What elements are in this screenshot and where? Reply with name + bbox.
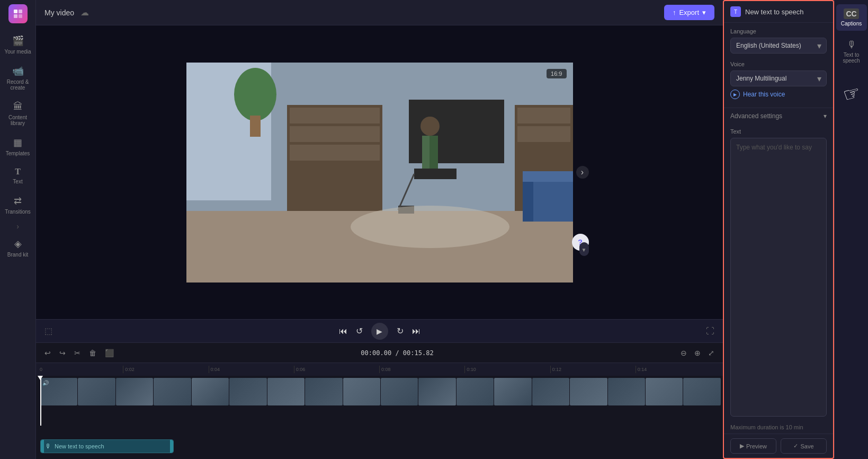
save-icon: ✓ [793,443,798,449]
skip-back-button[interactable]: ⏮ [339,326,347,336]
svg-point-27 [351,206,509,248]
sidebar-item-templates[interactable]: ▦ Templates [2,133,34,161]
volume-icon: 🔊 [42,380,49,386]
voice-select-wrapper: Jenny Multilingual [730,70,827,86]
svg-rect-26 [523,171,573,182]
timeline-area: ↩ ↪ ✂ 🗑 ⬛ 00:00.00 / 00:15.82 ⊖ ⊕ ⤢ 0 0: [36,342,723,459]
main-content: My video ☁ ↑ Export ▾ [36,0,723,459]
forward-5s-button[interactable]: ↻ [397,326,404,336]
project-title: My video [44,8,74,17]
frame-thumb [646,378,683,405]
collapse-panel-btn[interactable]: ▼ [579,242,589,256]
record-icon: 📹 [12,65,24,77]
undo-button[interactable]: ↩ [42,347,53,359]
tts-actions: ▶ Preview ✓ Save [724,434,833,458]
export-button[interactable]: ↑ Export ▾ [664,5,714,20]
svg-rect-21 [414,169,457,179]
sidebar-item-content-library[interactable]: 🏛 Content library [2,97,34,130]
tts-track-left-handle[interactable] [41,440,44,453]
playhead-marker [38,376,43,380]
tts-track-right-handle[interactable] [170,440,173,453]
track-frames [40,378,721,405]
topbar: My video ☁ ↑ Export ▾ [36,0,723,25]
cut-button[interactable]: ✂ [72,347,83,359]
right-sidebar-tts[interactable]: 🎙 Text to speech [836,35,867,68]
language-label: Language [730,28,827,34]
ruler-mark-8: 0:08 [379,366,464,373]
sidebar-item-transitions[interactable]: ⇄ Transitions [2,191,34,219]
frame-thumb [192,378,229,405]
monitor-icon: ⬚ [44,326,52,336]
svg-rect-14 [517,126,570,142]
text-icon: T [15,167,21,176]
frame-thumb [381,378,418,405]
frame-thumb [457,378,494,405]
fullscreen-icon[interactable]: ⛶ [706,326,714,336]
language-select-wrapper: English (United States) [730,38,827,54]
transitions-icon: ⇄ [14,195,22,207]
timeline-toolbar: ↩ ↪ ✂ 🗑 ⬛ 00:00.00 / 00:15.82 ⊖ ⊕ ⤢ [36,343,723,363]
tts-panel: T New text to speech Language English (U… [723,0,834,459]
hand-cursor-icon: ☞ [840,81,863,107]
voice-select[interactable]: Jenny Multilingual [730,70,827,86]
rewind-5s-button[interactable]: ↺ [356,326,363,336]
sidebar-item-text[interactable]: T Text [2,163,34,189]
text-section: Text [724,124,833,421]
nav-arrow-right[interactable]: › [576,166,589,179]
chevron-down-icon: ▾ [824,112,827,120]
time-display: 00:00.00 / 00:15.82 [120,349,674,357]
sidebar-item-record-create[interactable]: 📹 Record & create [2,61,34,95]
ruler-mark-2: 0:02 [123,366,208,373]
timeline-ruler: 0 0:02 0:04 0:06 0:08 0:10 0:12 0:14 [36,363,723,376]
svg-point-16 [234,68,276,121]
templates-icon: ▦ [13,137,22,148]
voice-section: Voice Jenny Multilingual ▶ Hear this voi… [724,59,833,108]
playhead [40,376,41,426]
preview-button[interactable]: ▶ Preview [730,438,776,454]
library-icon: 🏛 [13,101,23,112]
video-track[interactable]: 🔊 [40,378,721,405]
brand-kit-icon: ◈ [14,238,22,250]
svg-point-18 [420,117,440,136]
expand-icon[interactable]: › [16,222,19,231]
zoom-in-button[interactable]: ⊕ [692,347,703,359]
ruler-mark-10: 0:10 [464,366,550,373]
save-as-button[interactable]: ⬛ [103,347,116,359]
save-button[interactable]: ✓ Save [781,438,827,454]
svg-rect-0 [14,10,17,13]
hear-voice-button[interactable]: ▶ Hear this voice [730,86,785,102]
zoom-out-button[interactable]: ⊖ [678,347,689,359]
frame-thumb [229,378,266,405]
video-container: 16:9 › ? ▼ [36,25,723,319]
tts-track-label: New text to speech [55,443,104,449]
ruler-mark-12: 0:12 [550,366,636,373]
frame-thumb [570,378,607,405]
preview-icon: ▶ [740,443,744,449]
sidebar-item-your-media[interactable]: 🎬 Your media [2,31,34,59]
ruler-mark-6: 0:06 [294,366,379,373]
skip-forward-button[interactable]: ⏭ [412,326,420,336]
right-sidebar-captions[interactable]: CC Captions [836,4,867,31]
app-logo[interactable] [8,4,28,23]
tts-panel-header: T New text to speech [724,1,833,23]
right-sidebar: CC Captions 🎙 Text to speech ☞ [834,0,868,459]
advanced-settings-row[interactable]: Advanced settings ▾ [724,108,833,124]
svg-rect-11 [290,145,380,161]
tts-text-input[interactable] [730,138,827,417]
cloud-icon: ☁ [80,7,89,17]
redo-button[interactable]: ↪ [57,347,68,359]
left-sidebar: 🎬 Your media 📹 Record & create 🏛 Content… [0,0,36,459]
language-select[interactable]: English (United States) [730,38,827,54]
advanced-settings-label: Advanced settings [730,112,782,120]
video-area: 16:9 › ? ▼ ⬚ ⏮ ↺ ▶ ↻ ⏭ ⛶ ↩ ↪ ✂ [36,25,723,459]
tts-icon: 🎙 [847,39,856,50]
play-button[interactable]: ▶ [371,323,388,340]
frame-thumb [608,378,645,405]
tts-track[interactable]: 🎙 New text to speech [40,439,174,453]
fit-button[interactable]: ⤢ [706,347,717,359]
sidebar-item-brand-kit[interactable]: ◈ Brand kit [2,234,34,262]
delete-button[interactable]: 🗑 [87,347,99,359]
frame-thumb [683,378,720,405]
media-icon: 🎬 [12,35,24,47]
timeline-tracks: 🔊 [36,376,723,426]
